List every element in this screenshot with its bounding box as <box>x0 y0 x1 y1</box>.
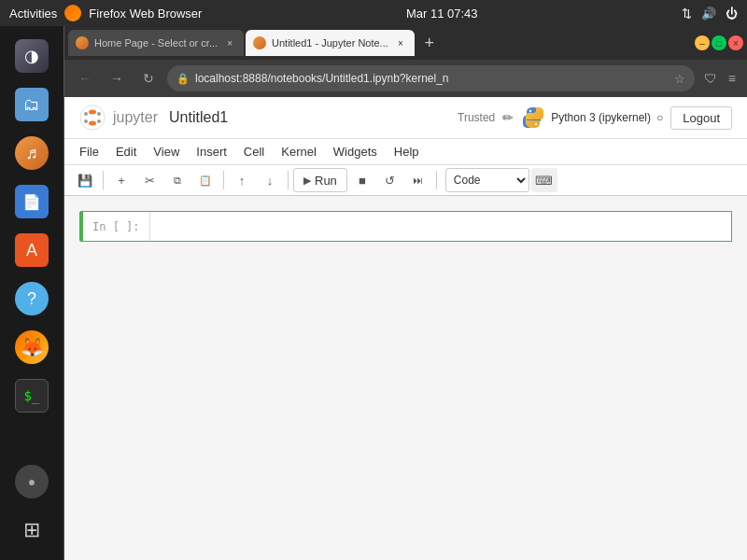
back-button[interactable]: ← <box>72 65 98 91</box>
notebook-area: In [ ]: <box>64 196 747 560</box>
close-button[interactable]: × <box>728 35 743 50</box>
address-bar[interactable]: 🔒 localhost:8888/notebooks/Untitled1.ipy… <box>167 65 695 91</box>
nav-bar: ← → ↻ 🔒 localhost:8888/notebooks/Untitle… <box>64 60 747 97</box>
svg-point-2 <box>89 121 96 126</box>
jupyter-toolbar: 💾 + ✂ ⧉ 📋 ↑ ↓ ▶ Run ■ ↺ ⏭ Code <box>64 165 747 195</box>
sidebar-item-unknown1[interactable]: ◑ <box>11 35 52 77</box>
sidebar-item-music[interactable]: ♬ <box>11 133 52 174</box>
svg-point-6 <box>97 119 101 123</box>
tab-notebook-label: Untitled1 - Jupyter Note... <box>272 37 388 49</box>
forward-button[interactable]: → <box>104 65 130 91</box>
restart-button[interactable]: ↺ <box>377 168 403 192</box>
svg-point-5 <box>84 119 88 123</box>
tab-bar: Home Page - Select or cr... × Untitled1 … <box>64 26 747 60</box>
new-tab-button[interactable]: + <box>416 30 443 56</box>
sidebar-item-appstore[interactable]: A <box>11 230 52 271</box>
minimize-button[interactable]: – <box>695 35 710 50</box>
stop-button[interactable]: ■ <box>349 168 375 192</box>
sidebar-item-docs[interactable]: 📄 <box>11 181 52 222</box>
run-label: Run <box>315 174 337 188</box>
jupyter-header: jupyter Untitled1 Trusted ✏ <box>64 97 747 139</box>
svg-point-7 <box>529 110 531 112</box>
keyboard-shortcuts-button[interactable]: ⌨ <box>531 168 557 192</box>
tab-home[interactable]: Home Page - Select or cr... × <box>68 30 244 56</box>
menu-cell[interactable]: Cell <box>236 141 272 162</box>
refresh-button[interactable]: ↻ <box>135 65 162 91</box>
menu-view[interactable]: View <box>146 141 187 162</box>
activities-button[interactable]: Activities <box>9 7 57 21</box>
menu-widgets[interactable]: Widgets <box>326 141 385 162</box>
tab-home-favicon <box>76 36 89 49</box>
apps-grid-icon: ⊞ <box>23 518 40 542</box>
browser-chrome: Home Page - Select or cr... × Untitled1 … <box>64 26 747 97</box>
window-controls: – □ × <box>695 35 743 50</box>
tab-notebook[interactable]: Untitled1 - Jupyter Note... × <box>246 30 415 56</box>
cell-input-area: In [ ]: <box>83 211 732 242</box>
save-button[interactable]: 💾 <box>72 168 98 192</box>
power-icon[interactable]: ⏻ <box>726 7 738 21</box>
menu-kernel[interactable]: Kernel <box>274 141 324 162</box>
browser-window: Home Page - Select or cr... × Untitled1 … <box>63 26 747 560</box>
sidebar-item-firefox[interactable]: 🦊 <box>11 327 52 368</box>
svg-point-0 <box>80 105 105 130</box>
cell-1[interactable]: In [ ]: <box>79 211 732 242</box>
sidebar-item-unknown2[interactable]: ● <box>11 461 52 502</box>
cell-type-select[interactable]: Code Markdown Raw <box>445 168 529 192</box>
menu-help[interactable]: Help <box>387 141 427 162</box>
header-right: Trusted ✏ <box>458 105 732 130</box>
add-cell-button[interactable]: + <box>108 168 134 192</box>
kernel-info: Python 3 (ipykernel) ○ <box>521 105 663 130</box>
firefox-icon: 🦊 <box>15 330 49 364</box>
maximize-button[interactable]: □ <box>712 35 726 50</box>
cell-prompt: In [ ]: <box>83 212 150 241</box>
shield-icon[interactable]: 🛡 <box>700 67 721 90</box>
ubuntu-sidebar: ◑ 🗂 ♬ 📄 A ? 🦊 $_ ● ⊞ <box>0 26 63 560</box>
menu-icon[interactable]: ≡ <box>725 67 740 90</box>
logout-button[interactable]: Logout <box>670 106 732 130</box>
cell-input[interactable] <box>150 212 731 241</box>
python-logo <box>521 105 545 130</box>
toolbar-sep2 <box>223 171 224 189</box>
run-button[interactable]: ▶ Run <box>293 168 347 192</box>
bookmark-icon[interactable]: ☆ <box>674 72 685 86</box>
trusted-label[interactable]: Trusted <box>458 111 495 124</box>
copy-button[interactable]: ⧉ <box>164 168 190 192</box>
jupyter-menubar: File Edit View Insert Cell Kernel Widget… <box>64 139 747 165</box>
tab-home-close[interactable]: × <box>223 36 236 49</box>
sidebar-item-help[interactable]: ? <box>11 278 52 319</box>
move-down-button[interactable]: ↓ <box>257 168 283 192</box>
sidebar-item-terminal[interactable]: $_ <box>11 375 52 416</box>
restart-run-all-button[interactable]: ⏭ <box>405 168 431 192</box>
tab-notebook-favicon <box>253 36 266 49</box>
jupyter-content: jupyter Untitled1 Trusted ✏ <box>64 97 747 560</box>
toolbar-sep4 <box>436 171 437 189</box>
firefox-taskbar-icon <box>64 5 81 21</box>
jupyter-logo-svg <box>79 105 106 131</box>
move-up-button[interactable]: ↑ <box>229 168 255 192</box>
network-icon: ⇅ <box>682 7 692 21</box>
toolbar-sep1 <box>103 171 104 189</box>
sidebar-item-files[interactable]: 🗂 <box>11 84 52 125</box>
lock-icon: 🔒 <box>176 73 190 85</box>
tab-notebook-close[interactable]: × <box>394 36 407 49</box>
volume-icon: 🔊 <box>701 7 716 21</box>
menu-file[interactable]: File <box>72 141 106 162</box>
paste-button[interactable]: 📋 <box>192 168 218 192</box>
sidebar-item-apps[interactable]: ⊞ <box>11 510 52 551</box>
menu-edit[interactable]: Edit <box>108 141 144 162</box>
app-name-label: Firefox Web Browser <box>89 7 202 21</box>
svg-point-8 <box>535 123 537 125</box>
nav-right-icons: 🛡 ≡ <box>700 67 740 90</box>
notebook-name-header[interactable]: Untitled1 <box>169 109 228 126</box>
jupyter-text: jupyter <box>113 109 158 126</box>
svg-point-3 <box>84 112 88 116</box>
system-bar: Activities Firefox Web Browser Mar 11 07… <box>0 0 747 26</box>
cut-button[interactable]: ✂ <box>136 168 162 192</box>
kernel-status-icon: ○ <box>656 111 663 124</box>
jupyter-logo: jupyter Untitled1 <box>79 105 228 131</box>
menu-insert[interactable]: Insert <box>189 141 234 162</box>
jupyter-toolbar-area: File Edit View Insert Cell Kernel Widget… <box>64 139 747 196</box>
toolbar-sep3 <box>288 171 289 189</box>
edit-icon[interactable]: ✏ <box>502 110 514 125</box>
svg-point-4 <box>97 112 101 116</box>
